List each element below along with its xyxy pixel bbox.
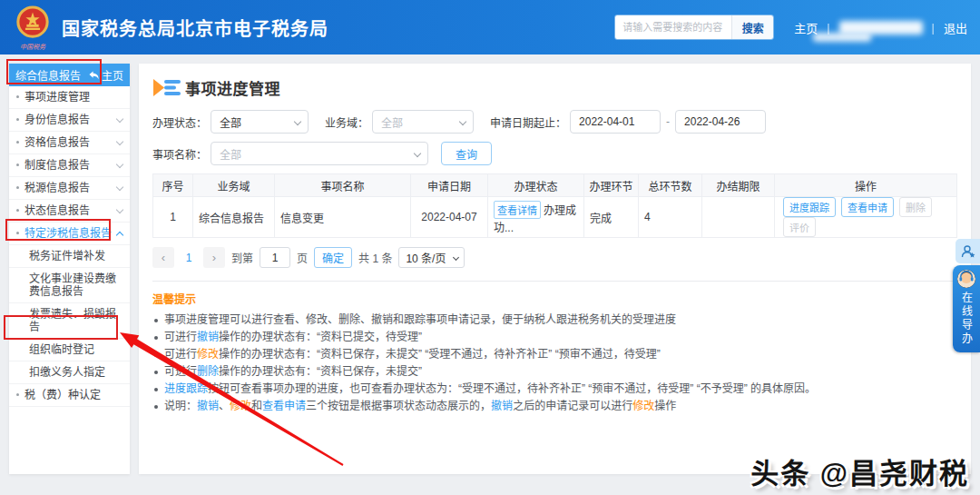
bullet-dot	[16, 209, 19, 212]
sidebar-item-system-info[interactable]: 制度信息报告	[9, 154, 130, 177]
online-guide-tab[interactable]: 在线导办	[953, 265, 980, 352]
sidebar-item-invoice-loss[interactable]: 发票遗失、损毁报告	[9, 303, 130, 339]
goto-page-input[interactable]	[260, 247, 290, 268]
progress-table: 序号业务域事项名称申请日期办理状态办理环节总环节数办结期限操作 1综合信息报告信…	[152, 173, 957, 238]
sidebar-item-tax-source-info[interactable]: 税源信息报告	[9, 177, 130, 200]
page-size-select[interactable]: 10 条/页	[398, 247, 465, 268]
national-emblem-logo: 中国税务	[13, 5, 53, 50]
sidebar-item-status-info[interactable]: 状态信息报告	[9, 200, 130, 223]
search-input[interactable]	[615, 15, 731, 39]
item-name-filter-label: 事项名称：	[152, 146, 207, 162]
username-redacted-line2	[813, 33, 871, 42]
sidebar-item-label: 税务证件增补发	[29, 250, 124, 262]
sidebar: 综合信息报告 主页 事项进度管理身份信息报告资格信息报告制度信息报告税源信息报告…	[9, 64, 130, 474]
tip-item: 事项进度管理可以进行查看、修改、删除、撤销和跟踪事项申请记录，便于纳税人跟进税务…	[152, 314, 957, 326]
column-header: 办理状态	[488, 174, 584, 197]
date-from-input[interactable]	[570, 110, 661, 134]
status-filter-label: 办理状态：	[152, 114, 207, 130]
sidebar-home-button[interactable]: 主页	[89, 67, 123, 83]
query-button[interactable]: 查询	[441, 142, 492, 165]
tip-item: 说明：撤销、修改和查看申请三个按钮是根据事项状态动态展示的，撤销之后的申请记录可…	[152, 401, 957, 412]
sidebar-category-title[interactable]: 综合信息报告	[15, 67, 81, 83]
action-button[interactable]: 查看申请	[841, 197, 894, 217]
next-page-button[interactable]: ›	[203, 247, 225, 268]
sidebar-item-label: 资格信息报告	[24, 136, 113, 149]
sidebar-item-label: 发票遗失、损毁报告	[29, 308, 124, 333]
emblem-icon	[15, 5, 50, 40]
prev-page-button[interactable]: ‹	[152, 247, 174, 268]
page-title-icon	[152, 77, 181, 98]
floating-widget: 在线导办	[953, 239, 980, 352]
chevron-down-icon	[116, 206, 123, 213]
sidebar-item-qualification-info[interactable]: 资格信息报告	[9, 132, 130, 154]
bullet-dot	[16, 95, 19, 98]
sidebar-item-label: 身份信息报告	[24, 114, 113, 126]
cell-seq: 1	[153, 197, 193, 238]
sidebar-menu: 事项进度管理身份信息报告资格信息报告制度信息报告税源信息报告状态信息报告特定涉税…	[9, 86, 130, 407]
total-count-label: 共 1 条	[358, 250, 392, 265]
search-button[interactable]: 搜索	[731, 15, 773, 39]
back-arrow-icon	[89, 71, 99, 80]
bullet-dot	[16, 118, 19, 121]
item-name-select[interactable]: 全部	[211, 142, 428, 165]
chevron-down-icon	[116, 115, 123, 123]
status-select[interactable]: 全部	[211, 110, 309, 134]
bullet-dot	[16, 163, 19, 166]
tips-title: 温馨提示	[152, 291, 957, 306]
sidebar-item-label: 税（费）种认定	[24, 389, 124, 401]
sidebar-item-label: 状态信息报告	[24, 204, 113, 217]
action-button[interactable]: 评价	[783, 217, 816, 237]
column-header: 业务域	[193, 174, 275, 197]
nav-divider: |	[932, 21, 935, 35]
sidebar-item-progress-mgmt[interactable]: 事项进度管理	[9, 86, 130, 109]
site-title: 国家税务总局北京市电子税务局	[62, 15, 328, 41]
sidebar-item-withholding-agent[interactable]: 扣缴义务人指定	[9, 361, 130, 384]
sidebar-item-identity-info[interactable]: 身份信息报告	[9, 109, 130, 132]
sidebar-item-label: 制度信息报告	[24, 159, 113, 172]
current-page[interactable]: 1	[181, 252, 197, 264]
online-guide-label: 在线导办	[959, 292, 975, 346]
sidebar-item-label: 事项进度管理	[24, 91, 124, 104]
logout-link[interactable]: 退出	[944, 19, 967, 36]
date-separator: -	[666, 115, 670, 128]
action-button[interactable]: 删除	[899, 197, 932, 217]
table-row: 1综合信息报告信息变更2022-04-07查看详情办理成功...完成4进度跟踪查…	[153, 197, 957, 238]
cell-deadline	[702, 197, 775, 238]
agent-avatar	[957, 270, 975, 288]
date-to-input[interactable]	[675, 110, 766, 134]
tips-section: 温馨提示 事项进度管理可以进行查看、修改、删除、撤销和跟踪事项申请记录，便于纳税…	[152, 281, 957, 412]
sidebar-item-label: 扣缴义务人指定	[29, 366, 124, 379]
sidebar-item-culture-fee-info[interactable]: 文化事业建设费缴费信息报告	[9, 268, 130, 303]
column-header: 办理环节	[584, 174, 639, 197]
chevron-up-icon	[116, 232, 123, 239]
favorite-user-button[interactable]	[956, 239, 980, 263]
view-detail-button[interactable]: 查看详情	[494, 201, 541, 219]
cell-domain: 综合信息报告	[193, 197, 275, 238]
column-header: 序号	[153, 174, 193, 197]
sidebar-item-temp-org-register[interactable]: 组织临时登记	[9, 339, 130, 361]
sidebar-item-tax-cert-reissue[interactable]: 税务证件增补发	[9, 245, 130, 268]
sidebar-header: 综合信息报告 主页	[9, 64, 130, 86]
cell-status: 查看详情办理成功...	[488, 197, 584, 238]
sidebar-item-special-tax-info[interactable]: 特定涉税信息报告	[9, 223, 130, 245]
domain-select-value: 全部	[381, 114, 403, 130]
status-select-value: 全部	[220, 114, 241, 130]
domain-select[interactable]: 全部	[372, 110, 474, 134]
action-button[interactable]: 进度跟踪	[783, 197, 836, 217]
cell-step: 完成	[584, 197, 639, 238]
column-header: 事项名称	[275, 174, 411, 197]
item-name-select-value: 全部	[220, 146, 241, 162]
tips-list: 事项进度管理可以进行查看、修改、删除、撤销和跟踪事项申请记录，便于纳税人跟进税务…	[152, 314, 957, 412]
goto-confirm-button[interactable]: 确定	[314, 247, 352, 268]
goto-suffix-label: 页	[297, 250, 308, 265]
column-header: 操作	[775, 174, 957, 197]
header-search: 搜索	[614, 15, 774, 40]
column-header: 申请日期	[411, 174, 488, 197]
chevron-down-icon	[116, 183, 123, 191]
bullet-dot	[16, 393, 19, 396]
bullet-dot	[16, 232, 19, 234]
sidebar-item-tax-type-determine[interactable]: 税（费）种认定	[9, 384, 130, 407]
tip-item: 可进行修改操作的办理状态有：“资料已保存，未提交” “受理不通过，待补齐补正” …	[152, 349, 957, 361]
page-title: 事项进度管理	[185, 76, 280, 99]
cell-actions: 进度跟踪查看申请删除评价	[775, 197, 957, 238]
